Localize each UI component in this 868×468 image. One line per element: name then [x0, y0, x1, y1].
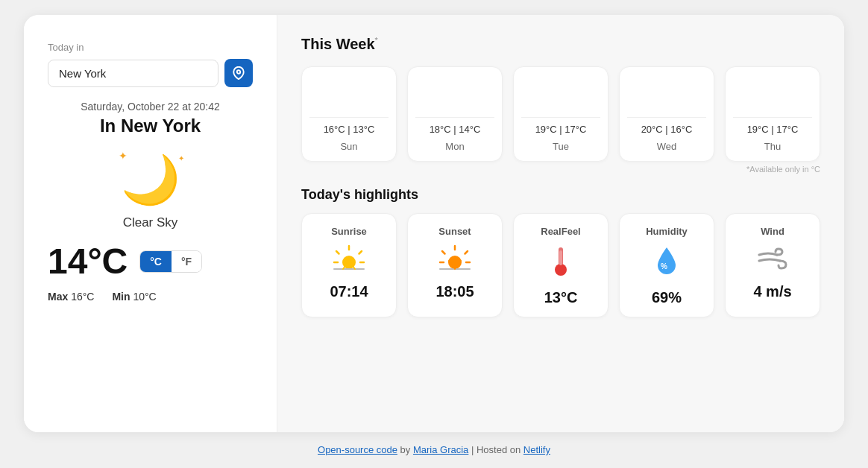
- star-icon-topright: ✦: [178, 154, 184, 162]
- location-input[interactable]: [48, 60, 218, 87]
- netlify-link[interactable]: Netlify: [523, 444, 550, 455]
- weather-icon-area: ✦ 🌙 ✦: [48, 150, 253, 209]
- avail-note: *Available only in °C: [301, 165, 820, 174]
- highlight-card-wind: Wind 4 m/s: [725, 213, 820, 317]
- day-card-sun: 16°C | 13°C Sun: [301, 66, 397, 162]
- highlight-value: 18:05: [435, 283, 474, 300]
- day-card-tue: 19°C | 17°C Tue: [513, 66, 608, 162]
- open-source-link[interactable]: Open-source code: [318, 444, 397, 455]
- day-name: Sun: [340, 141, 357, 152]
- day-card-mon: 18°C | 14°C Mon: [407, 66, 503, 162]
- today-in-label: Today in: [48, 42, 84, 53]
- highlight-cards: Sunrise 07:14 Sunset 18:05 RealFeel 13°C…: [301, 213, 820, 317]
- star-icon-topleft: ✦: [119, 150, 128, 162]
- map-pin-icon: [232, 66, 245, 80]
- clear-sky-icon: ✦ 🌙 ✦: [117, 150, 184, 209]
- temperature-value: 14°C: [48, 241, 128, 282]
- celsius-button[interactable]: °C: [140, 251, 172, 272]
- svg-text:%: %: [661, 262, 667, 271]
- highlight-card-realfeel: RealFeel 13°C: [513, 213, 608, 317]
- minmax-row: Max 16°C Min 10°C: [48, 291, 157, 303]
- footer-by-text: by: [400, 444, 413, 455]
- day-name: Tue: [553, 141, 569, 152]
- highlight-icon-wind: [756, 244, 789, 277]
- main-card: Today in Saturday, October 22 at 20:42 I…: [24, 15, 844, 432]
- highlight-value: 69%: [652, 289, 682, 306]
- highlight-title: Wind: [761, 226, 784, 237]
- highlight-card-sunrise: Sunrise 07:14: [301, 213, 397, 317]
- highlight-value: 13°C: [544, 289, 578, 306]
- author-link[interactable]: Maria Gracia: [413, 444, 468, 455]
- svg-point-0: [237, 70, 241, 74]
- day-card-wed: 20°C | 16°C Wed: [619, 66, 714, 162]
- svg-point-46: [555, 264, 567, 276]
- highlights-title: Today's highlights: [301, 187, 820, 203]
- fahrenheit-button[interactable]: °F: [172, 251, 201, 272]
- footer: Open-source code by Maria Gracia | Hoste…: [318, 444, 550, 455]
- svg-line-41: [465, 251, 468, 254]
- right-panel: This Week* 16°C | 13°C Sun 18°C | 14°C M…: [277, 15, 844, 432]
- unit-toggle: °C °F: [139, 250, 202, 273]
- highlight-title: RealFeel: [541, 226, 580, 237]
- day-name: Mon: [445, 141, 464, 152]
- week-section-title: This Week*: [301, 36, 820, 53]
- highlight-title: Humidity: [646, 226, 688, 237]
- svg-line-34: [359, 251, 362, 254]
- temp-row: 14°C °C °F: [48, 241, 253, 282]
- highlight-icon-sunset: [438, 244, 471, 277]
- highlight-icon-sunrise: [333, 244, 365, 277]
- moon-body-icon: 🌙: [121, 156, 180, 203]
- highlight-icon-droplet: %: [653, 244, 680, 283]
- svg-line-33: [336, 251, 339, 254]
- condition-label: Clear Sky: [48, 215, 253, 230]
- max-value: 16°C: [71, 291, 94, 303]
- date-label: Saturday, October 22 at 20:42: [48, 101, 253, 113]
- day-temps: 16°C | 13°C: [309, 117, 389, 135]
- svg-rect-47: [559, 250, 562, 265]
- day-name: Thu: [764, 141, 781, 152]
- day-name: Wed: [657, 141, 677, 152]
- city-label: In New York: [48, 116, 253, 136]
- location-row: [48, 59, 253, 87]
- day-card-thu: 19°C | 17°C Thu: [725, 66, 820, 162]
- day-temps: 18°C | 14°C: [415, 117, 494, 135]
- highlight-card-humidity: Humidity % 69%: [619, 213, 714, 317]
- footer-hosted-text: | Hosted on: [471, 444, 523, 455]
- left-panel: Today in Saturday, October 22 at 20:42 I…: [24, 15, 277, 432]
- highlight-title: Sunset: [438, 226, 471, 237]
- max-label: Max 16°C: [48, 291, 94, 303]
- svg-line-40: [442, 251, 445, 254]
- highlight-value: 07:14: [330, 283, 368, 300]
- min-value: 10°C: [133, 291, 156, 303]
- highlight-value: 4 m/s: [753, 283, 791, 300]
- min-label: Min 10°C: [112, 291, 156, 303]
- day-temps: 19°C | 17°C: [521, 117, 600, 135]
- week-cards: 16°C | 13°C Sun 18°C | 14°C Mon 19°C | 1…: [301, 66, 820, 162]
- highlight-title: Sunrise: [331, 226, 367, 237]
- day-temps: 19°C | 17°C: [733, 117, 812, 135]
- location-search-button[interactable]: [224, 59, 253, 87]
- highlight-card-sunset: Sunset 18:05: [407, 213, 503, 317]
- highlight-icon-thermometer: [547, 244, 574, 283]
- day-temps: 20°C | 16°C: [627, 117, 706, 135]
